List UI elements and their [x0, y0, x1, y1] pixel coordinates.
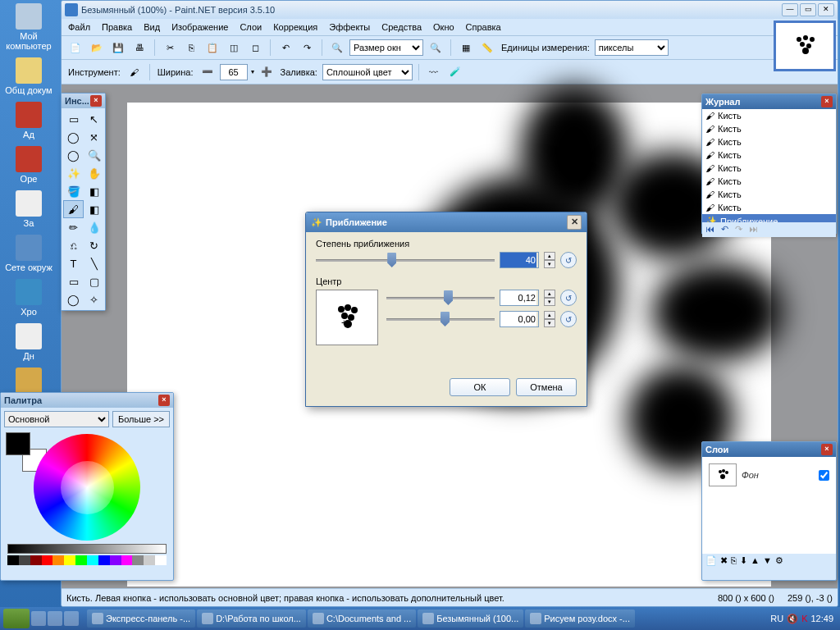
- colors-panel-title[interactable]: Палитра×: [1, 393, 173, 408]
- brush-icon[interactable]: 🖌: [126, 63, 144, 81]
- zoom-value-input[interactable]: [500, 253, 536, 267]
- paste-icon[interactable]: 📋: [203, 39, 221, 57]
- grid-icon[interactable]: ▦: [457, 39, 475, 57]
- colors-more-button[interactable]: Больше >>: [112, 411, 170, 427]
- history-ff-icon[interactable]: ⏭: [749, 224, 758, 235]
- zoom-in-icon[interactable]: 🔍: [427, 39, 445, 57]
- zoom-reset-button[interactable]: ↺: [560, 252, 577, 268]
- desktop-icon[interactable]: Дн: [4, 323, 53, 361]
- quick-launch-icon[interactable]: [48, 611, 62, 626]
- ellipse-tool[interactable]: ◯: [63, 290, 84, 308]
- close-icon[interactable]: ×: [821, 444, 833, 455]
- brush-tool[interactable]: 🖌: [63, 200, 84, 218]
- zoom-slider[interactable]: [316, 252, 495, 268]
- desktop-icon[interactable]: За: [4, 190, 53, 228]
- layer-row[interactable]: Фон: [705, 460, 833, 490]
- deselect-icon[interactable]: ◻: [246, 39, 264, 57]
- center-x-input[interactable]: [500, 290, 536, 305]
- new-icon[interactable]: 📄: [66, 39, 84, 57]
- width-dec-icon[interactable]: ➖: [199, 63, 217, 81]
- history-item[interactable]: 🖌 Кисть: [702, 135, 836, 148]
- history-item[interactable]: ✨ Приближение: [702, 214, 836, 222]
- print-icon[interactable]: 🖶: [130, 39, 148, 57]
- history-undo-icon[interactable]: ↶: [721, 224, 728, 235]
- magic-wand-tool[interactable]: ✨: [63, 164, 84, 182]
- delete-layer-icon[interactable]: ✖: [720, 555, 728, 568]
- open-icon[interactable]: 📂: [88, 39, 106, 57]
- cancel-button[interactable]: Отмена: [516, 378, 577, 396]
- blend-icon[interactable]: 🧪: [446, 63, 464, 81]
- antialias-icon[interactable]: 〰: [425, 63, 443, 81]
- primary-color-swatch[interactable]: [6, 432, 30, 455]
- close-icon[interactable]: ×: [90, 95, 102, 107]
- taskbar-item[interactable]: C:\Documents and ...: [308, 609, 416, 628]
- menu-layers[interactable]: Слои: [240, 22, 262, 32]
- menu-window[interactable]: Окно: [433, 22, 454, 32]
- history-item[interactable]: 🖌 Кисть: [702, 162, 836, 175]
- history-rewind-icon[interactable]: ⏮: [705, 224, 714, 235]
- history-item[interactable]: 🖌 Кисть: [702, 188, 836, 201]
- tray-clock[interactable]: 12:49: [810, 614, 833, 623]
- tray-lang[interactable]: RU: [770, 614, 783, 623]
- save-icon[interactable]: 💾: [109, 39, 127, 57]
- menu-effects[interactable]: Эффекты: [329, 22, 370, 32]
- menu-image[interactable]: Изображение: [171, 22, 228, 32]
- eraser-tool[interactable]: ◧: [84, 200, 104, 218]
- desktop-icon[interactable]: Ад: [4, 102, 53, 139]
- undo-icon[interactable]: ↶: [276, 39, 294, 57]
- desktop-icon[interactable]: Общ докум: [4, 57, 53, 95]
- dup-layer-icon[interactable]: ⎘: [731, 555, 737, 568]
- taskbar-item[interactable]: Экспресс-панель -...: [87, 609, 195, 628]
- pencil-tool[interactable]: ✏: [63, 218, 84, 236]
- quick-launch-icon[interactable]: [64, 611, 79, 626]
- ok-button[interactable]: ОК: [450, 378, 510, 396]
- center-y-reset[interactable]: ↺: [560, 311, 577, 327]
- close-icon[interactable]: ×: [158, 395, 170, 406]
- center-y-input[interactable]: [500, 312, 536, 326]
- value-slider[interactable]: [7, 544, 167, 554]
- layers-panel-title[interactable]: Слои×: [702, 442, 836, 457]
- merge-icon[interactable]: ⬇: [740, 555, 747, 568]
- rect-select-tool[interactable]: ▭: [63, 110, 84, 128]
- palette-row[interactable]: [7, 555, 167, 565]
- history-item[interactable]: 🖌 Кисть: [702, 175, 836, 188]
- menu-adjust[interactable]: Коррекция: [273, 22, 317, 32]
- fill-tool[interactable]: 🪣: [63, 182, 84, 200]
- history-panel-title[interactable]: Журнал×: [702, 94, 836, 109]
- center-x-slider[interactable]: [386, 290, 495, 306]
- ellipse-select-tool[interactable]: ◯: [63, 146, 84, 164]
- tools-panel-title[interactable]: Инс...×: [62, 94, 105, 108]
- document-thumbnail[interactable]: [774, 21, 836, 71]
- history-item[interactable]: 🖌 Кисть: [702, 109, 836, 122]
- clone-tool[interactable]: ⎌: [63, 236, 84, 254]
- rect-tool[interactable]: ▭: [63, 272, 84, 290]
- width-inc-icon[interactable]: ➕: [258, 63, 276, 81]
- close-button[interactable]: ✕: [818, 3, 834, 16]
- tray-icon[interactable]: 🔇: [787, 614, 798, 624]
- minimize-button[interactable]: —: [782, 3, 798, 16]
- zoom-out-icon[interactable]: 🔍: [328, 39, 346, 57]
- ruler-icon[interactable]: 📏: [478, 39, 496, 57]
- width-input[interactable]: [220, 64, 248, 80]
- desktop-icon[interactable]: Мой компьютер: [4, 3, 53, 51]
- start-button[interactable]: [3, 609, 30, 628]
- zoom-tool[interactable]: 🔍: [84, 146, 104, 164]
- add-layer-icon[interactable]: 📄: [705, 555, 717, 568]
- line-tool[interactable]: ╲: [84, 254, 104, 272]
- taskbar-item[interactable]: Безымянный (100...: [418, 609, 523, 628]
- crop-icon[interactable]: ◫: [225, 39, 243, 57]
- cut-icon[interactable]: ✂: [161, 39, 179, 57]
- round-rect-tool[interactable]: ▢: [84, 272, 104, 290]
- history-redo-icon[interactable]: ↷: [735, 224, 742, 235]
- desktop-icon[interactable]: Сете окруж: [4, 235, 53, 272]
- close-icon[interactable]: ×: [821, 96, 833, 107]
- center-preview[interactable]: +: [316, 290, 378, 345]
- center-y-slider[interactable]: [386, 311, 495, 327]
- eyedropper-tool[interactable]: 💧: [84, 218, 104, 236]
- menu-tools[interactable]: Средства: [381, 22, 422, 32]
- fill-select[interactable]: Сплошной цвет: [322, 64, 413, 80]
- tray-icon[interactable]: K: [801, 614, 807, 623]
- recolor-tool[interactable]: ↻: [84, 236, 104, 254]
- dialog-titlebar[interactable]: ✨ Приближение ✕: [306, 212, 587, 232]
- units-select[interactable]: пикселы: [595, 39, 669, 56]
